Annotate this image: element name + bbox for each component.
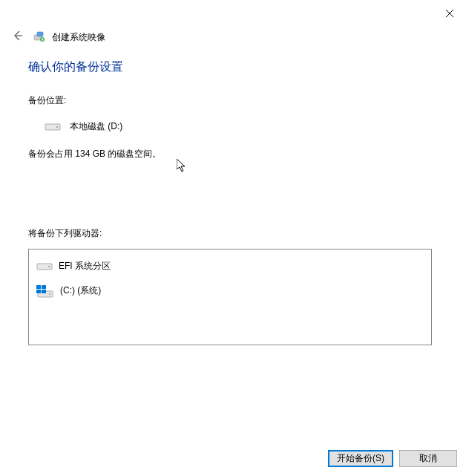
svg-point-7 — [56, 126, 58, 128]
backup-location-label: 备份位置: — [28, 94, 436, 107]
backup-location: 本地磁盘 (D:) — [45, 120, 436, 133]
hdd-icon — [36, 261, 53, 272]
svg-point-9 — [48, 266, 50, 267]
page-heading: 确认你的备份设置 — [28, 59, 436, 75]
svg-rect-13 — [42, 285, 46, 289]
svg-point-11 — [49, 293, 50, 295]
system-image-icon — [33, 30, 46, 44]
drives-label: 将备份下列驱动器: — [28, 227, 436, 240]
header: 创建系统映像 — [9, 28, 105, 46]
drive-name: (C:) (系统) — [60, 284, 101, 297]
back-arrow-icon[interactable] — [9, 28, 27, 46]
drive-name: EFI 系统分区 — [59, 260, 111, 273]
drive-item: (C:) (系统) — [35, 281, 425, 300]
svg-rect-15 — [42, 290, 46, 293]
content-area: 确认你的备份设置 备份位置: 本地磁盘 (D:) 备份会占用 134 GB 的磁… — [28, 59, 436, 345]
svg-rect-12 — [36, 285, 41, 289]
cancel-button[interactable]: 取消 — [399, 450, 457, 467]
footer: 开始备份(S) 取消 — [328, 450, 457, 467]
backup-size-info: 备份会占用 134 GB 的磁盘空间。 — [28, 148, 436, 160]
drive-item: EFI 系统分区 — [35, 257, 425, 276]
svg-rect-4 — [37, 32, 43, 36]
hdd-icon — [45, 122, 61, 132]
drives-list: EFI 系统分区 (C:) (系统) — [28, 249, 432, 345]
backup-location-value: 本地磁盘 (D:) — [70, 120, 122, 133]
close-button[interactable] — [442, 6, 457, 21]
svg-rect-14 — [36, 290, 41, 293]
windows-hdd-icon — [36, 285, 54, 297]
start-backup-button[interactable]: 开始备份(S) — [328, 450, 393, 467]
window-title: 创建系统映像 — [52, 31, 105, 44]
